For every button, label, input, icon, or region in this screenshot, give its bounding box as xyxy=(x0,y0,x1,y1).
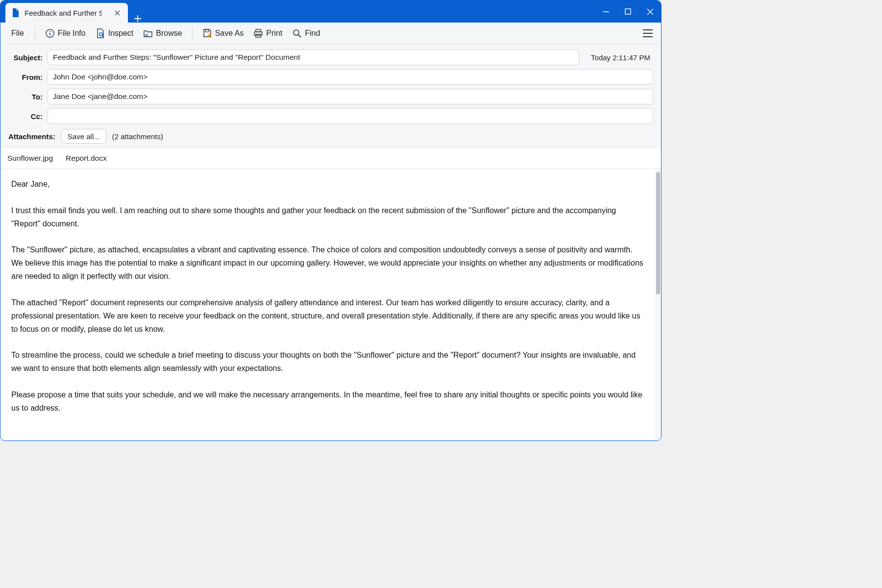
attachments-label: Attachments: xyxy=(8,132,55,141)
tab-title: Feedback and Further St xyxy=(24,9,102,17)
to-label: To: xyxy=(8,93,43,101)
scrollbar-thumb[interactable] xyxy=(656,172,660,294)
inspect-label: Inspect xyxy=(108,29,134,38)
close-tab-icon[interactable] xyxy=(114,9,121,17)
toolbar: File File Info Inspect Browse Save xyxy=(0,23,661,45)
email-body[interactable]: Dear Jane, I trust this email finds you … xyxy=(0,169,655,441)
info-icon xyxy=(45,28,55,38)
new-tab-button[interactable] xyxy=(128,15,147,23)
menu-button[interactable] xyxy=(640,26,655,41)
find-button[interactable]: Find xyxy=(288,26,324,40)
cc-field[interactable] xyxy=(48,108,653,124)
app-window: Feedback and Further St File xyxy=(0,0,662,441)
file-info-label: File Info xyxy=(58,29,86,38)
find-label: Find xyxy=(305,29,320,38)
save-all-button[interactable]: Save all... xyxy=(61,129,106,144)
timestamp: Today 2:11:47 PM xyxy=(584,53,653,62)
file-info-button[interactable]: File Info xyxy=(41,26,90,40)
cc-label: Cc: xyxy=(8,112,43,121)
minimize-button[interactable] xyxy=(595,0,617,23)
subject-label: Subject: xyxy=(8,53,43,62)
attachment-item[interactable]: Report.docx xyxy=(66,154,107,163)
attachments-list: Sunflower.jpg Report.docx xyxy=(0,147,661,169)
titlebar-drag-area[interactable] xyxy=(147,0,595,23)
toolbar-divider xyxy=(35,27,35,40)
window-controls xyxy=(595,0,661,23)
browse-button[interactable]: Browse xyxy=(139,26,186,40)
document-icon xyxy=(11,8,20,17)
print-icon xyxy=(253,28,263,38)
to-field[interactable]: Jane Doe <jane@doe.com> xyxy=(48,89,653,104)
svg-rect-0 xyxy=(625,9,631,14)
from-label: From: xyxy=(8,73,43,81)
email-body-area: Dear Jane, I trust this email finds you … xyxy=(0,169,661,441)
find-icon xyxy=(292,28,302,38)
tab-active[interactable]: Feedback and Further St xyxy=(5,3,128,23)
save-as-button[interactable]: Save As xyxy=(198,26,248,40)
print-label: Print xyxy=(266,29,282,38)
browse-label: Browse xyxy=(156,29,182,38)
browse-icon xyxy=(143,28,153,38)
print-button[interactable]: Print xyxy=(249,26,286,40)
toolbar-divider xyxy=(192,27,193,40)
maximize-button[interactable] xyxy=(617,0,639,23)
svg-point-3 xyxy=(99,33,102,36)
svg-point-9 xyxy=(294,30,299,35)
from-field[interactable]: John Doe <john@doe.com> xyxy=(48,69,653,85)
email-header: Subject: Feedback and Further Steps: "Su… xyxy=(0,45,661,147)
svg-rect-5 xyxy=(205,29,209,32)
file-menu[interactable]: File xyxy=(6,27,29,40)
subject-field[interactable]: Feedback and Further Steps: "Sunflower" … xyxy=(48,49,579,65)
tabstrip: Feedback and Further St xyxy=(0,0,147,23)
close-window-button[interactable] xyxy=(639,0,661,23)
svg-rect-8 xyxy=(256,34,261,37)
attachment-item[interactable]: Sunflower.jpg xyxy=(7,154,53,163)
svg-rect-6 xyxy=(256,29,261,32)
inspect-button[interactable]: Inspect xyxy=(92,26,138,40)
save-as-label: Save As xyxy=(215,29,244,38)
save-as-icon xyxy=(202,28,212,38)
svg-point-2 xyxy=(49,31,50,32)
titlebar: Feedback and Further St xyxy=(0,0,661,23)
scrollbar[interactable] xyxy=(655,169,661,441)
attachments-count: (2 attachments) xyxy=(112,132,163,141)
inspect-icon xyxy=(96,28,105,38)
